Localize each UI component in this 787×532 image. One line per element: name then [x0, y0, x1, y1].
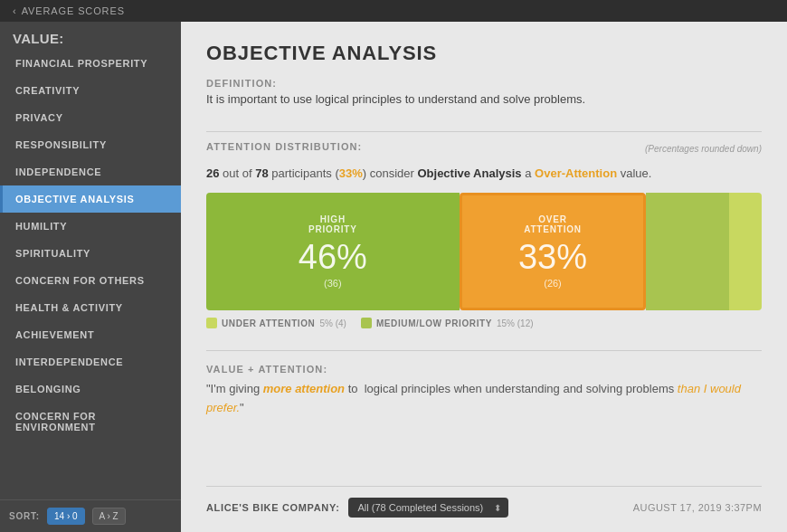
value-attention-text: "I'm giving more attention to logical pr…: [206, 380, 762, 418]
footer-date: AUGUST 17, 2019 3:37PM: [633, 502, 762, 513]
main-container: VALUE: FINANCIAL PROSPERITY CREATIVITY P…: [0, 22, 787, 532]
definition-label: DEFINITION:: [206, 78, 762, 89]
bar-over-attention: OVERATTENTION 33% (26): [460, 193, 647, 310]
participants-total: 78: [255, 166, 268, 180]
participants-count: 26: [206, 166, 219, 180]
page-title: OBJECTIVE ANALYSIS: [206, 42, 762, 65]
bar-high-label: HIGHPRIORITY: [308, 214, 357, 234]
value-attention-section: VALUE + ATTENTION: "I'm giving more atte…: [206, 364, 762, 418]
legend-under-dot: [206, 318, 217, 328]
legend-medium: MEDIUM/LOW PRIORITY 15% (12): [361, 318, 534, 328]
sidebar-item-belonging[interactable]: BELONGING: [0, 375, 181, 403]
participants-percent: 33%: [339, 166, 363, 180]
sidebar-item-privacy[interactable]: PRIVACY: [0, 104, 181, 131]
sort-label: SORT:: [9, 511, 40, 521]
legend-row: UNDER ATTENTION 5% (4) MEDIUM/LOW PRIORI…: [206, 318, 762, 328]
bar-over-count: (26): [544, 278, 562, 289]
legend-under-value: 5% (4): [319, 318, 346, 328]
select-wrapper[interactable]: All (78 Completed Sessions): [348, 498, 508, 518]
bar-under-attention: [729, 193, 762, 310]
attention-label: ATTENTION DISTRIBUTION:: [206, 141, 362, 152]
company-label: ALICE'S BIKE COMPANY:: [206, 502, 339, 513]
top-bar: ‹ AVERAGE SCORES: [0, 0, 787, 22]
content-area: OBJECTIVE ANALYSIS DEFINITION: It is imp…: [181, 22, 787, 532]
definition-text: It is important to use logical principle…: [206, 92, 762, 106]
bar-medium-low: [646, 193, 728, 310]
footer-left: ALICE'S BIKE COMPANY: All (78 Completed …: [206, 498, 508, 518]
legend-medium-value: 15% (12): [497, 318, 534, 328]
value-name: Objective Analysis: [417, 166, 521, 180]
participants-summary: 26 out of 78 participants (33%) consider…: [206, 166, 762, 180]
chevron-left-icon: ‹: [13, 5, 16, 16]
attention-type: Over-Attention: [535, 166, 617, 180]
divider-1: [206, 131, 762, 132]
sidebar-item-independence[interactable]: INDEPENDENCE: [0, 158, 181, 185]
more-attention-highlight: more attention: [263, 382, 345, 395]
bar-high-count: (36): [324, 278, 342, 289]
legend-medium-dot: [361, 318, 372, 328]
percentages-note: (Percentages rounded down): [645, 144, 762, 154]
sidebar: VALUE: FINANCIAL PROSPERITY CREATIVITY P…: [0, 22, 181, 532]
bar-high-percent: 46%: [299, 240, 367, 274]
value-attention-label: VALUE + ATTENTION:: [206, 364, 762, 375]
divider-2: [206, 350, 762, 351]
sidebar-footer: SORT: 14 › 0 A › Z: [0, 499, 181, 532]
sidebar-section-label: VALUE:: [0, 22, 181, 50]
bar-over-label: OVERATTENTION: [524, 214, 582, 234]
sidebar-item-creativity[interactable]: CREATIVITY: [0, 77, 181, 104]
bar-high-priority: HIGHPRIORITY 46% (36): [206, 193, 460, 310]
sidebar-item-concern-for-environment[interactable]: CONCERN FOR ENVIRONMENT: [0, 403, 181, 441]
legend-under: UNDER ATTENTION 5% (4): [206, 318, 346, 328]
bar-over-percent: 33%: [518, 240, 587, 274]
sort-a-z-button[interactable]: A › Z: [92, 508, 126, 525]
sidebar-item-achievement[interactable]: ACHIEVEMENT: [0, 321, 181, 348]
sidebar-item-financial-prosperity[interactable]: FINANCIAL PROSPERITY: [0, 50, 181, 77]
sidebar-item-health-activity[interactable]: HEALTH & ACTIVITY: [0, 294, 181, 321]
legend-under-label: UNDER ATTENTION: [222, 318, 315, 328]
sidebar-item-humility[interactable]: HUMILITY: [0, 213, 181, 240]
sidebar-item-spirituality[interactable]: SPIRITUALITY: [0, 240, 181, 267]
sidebar-item-concern-for-others[interactable]: CONCERN FOR OTHERS: [0, 267, 181, 294]
top-bar-label: AVERAGE SCORES: [22, 5, 125, 16]
sidebar-item-interdependence[interactable]: INTERDEPENDENCE: [0, 348, 181, 375]
legend-medium-label: MEDIUM/LOW PRIORITY: [376, 318, 492, 328]
session-select[interactable]: All (78 Completed Sessions): [348, 498, 508, 518]
sidebar-item-objective-analysis[interactable]: OBJECTIVE ANALYSIS: [0, 185, 181, 213]
sort-14-0-button[interactable]: 14 › 0: [47, 508, 85, 525]
sidebar-item-responsibility[interactable]: RESPONSIBILITY: [0, 131, 181, 158]
attention-header: ATTENTION DISTRIBUTION: (Percentages rou…: [206, 141, 762, 156]
content-footer: ALICE'S BIKE COMPANY: All (78 Completed …: [206, 486, 762, 518]
bars-container: HIGHPRIORITY 46% (36) OVERATTENTION 33% …: [206, 193, 762, 310]
